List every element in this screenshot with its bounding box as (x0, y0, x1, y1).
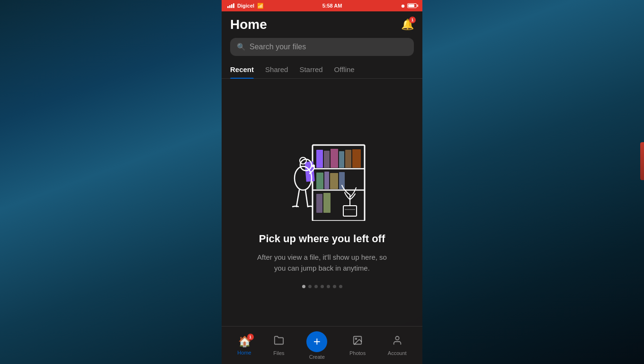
create-label: Create (309, 354, 325, 360)
dot-5 (327, 285, 330, 288)
wifi-icon: 📶 (257, 3, 264, 9)
status-bar: Digicel 📶 5:58 AM ⏺ (222, 0, 422, 11)
svg-rect-3 (316, 150, 323, 168)
phone-frame: Digicel 📶 5:58 AM ⏺ Home 🔔 1 🔍 Search yo… (222, 0, 422, 364)
svg-rect-10 (324, 172, 329, 189)
create-icon: + (306, 331, 327, 352)
svg-point-27 (395, 336, 399, 339)
tab-recent[interactable]: Recent (230, 62, 254, 78)
empty-state-description: After you view a file, it'll show up her… (251, 252, 393, 273)
nav-photos[interactable]: Photos (342, 332, 373, 359)
signal-bar-4 (233, 3, 234, 8)
svg-rect-11 (330, 173, 338, 189)
nav-account[interactable]: Account (380, 332, 414, 359)
signal-bar-1 (227, 6, 229, 8)
photos-label: Photos (349, 350, 366, 356)
notifications-button[interactable]: 🔔 1 (401, 18, 414, 31)
svg-rect-12 (339, 172, 345, 189)
tab-offline[interactable]: Offline (334, 62, 355, 78)
files-icon (274, 335, 284, 348)
signal-bar-3 (231, 4, 233, 8)
svg-point-19 (312, 164, 315, 167)
nav-create[interactable]: + Create (299, 328, 335, 363)
svg-rect-7 (345, 150, 351, 168)
home-badge: 1 (247, 334, 254, 340)
tab-shared[interactable]: Shared (265, 62, 288, 78)
dot-6 (333, 285, 336, 288)
dot-3 (314, 285, 318, 288)
dot-7 (339, 285, 342, 288)
status-right: ⏺ (401, 3, 417, 9)
header: Home 🔔 1 (222, 11, 422, 36)
tab-starred[interactable]: Starred (299, 62, 322, 78)
signal-bars (227, 3, 234, 8)
dot-1 (302, 285, 305, 288)
home-label: Home (237, 350, 251, 355)
search-icon: 🔍 (237, 43, 246, 51)
status-left: Digicel 📶 (227, 3, 264, 9)
account-label: Account (388, 350, 407, 356)
empty-state-illustration (275, 117, 369, 221)
dot-2 (308, 285, 312, 288)
svg-rect-8 (352, 149, 361, 168)
side-accent (640, 142, 644, 180)
nav-home[interactable]: 🏠 1 Home (230, 333, 259, 358)
notification-badge: 1 (409, 17, 416, 23)
svg-line-20 (296, 190, 299, 207)
files-label: Files (273, 350, 284, 356)
bottom-nav: 🏠 1 Home Files + Create (222, 326, 422, 364)
svg-rect-13 (316, 194, 322, 213)
svg-rect-9 (316, 173, 323, 189)
svg-rect-4 (324, 151, 330, 168)
search-bar[interactable]: 🔍 Search your files (230, 38, 414, 56)
carrier-name: Digicel (237, 3, 254, 9)
pagination-dots (302, 285, 342, 288)
svg-point-26 (355, 338, 357, 339)
record-icon: ⏺ (401, 3, 405, 9)
account-icon (392, 335, 402, 348)
page-title: Home (230, 17, 267, 32)
signal-bar-2 (229, 5, 231, 8)
search-placeholder: Search your files (250, 43, 306, 51)
svg-line-21 (305, 190, 308, 207)
empty-state-title: Pick up where you left off (259, 232, 385, 246)
home-icon: 🏠 1 (238, 336, 251, 348)
svg-rect-6 (339, 151, 344, 168)
tab-bar: Recent Shared Starred Offline (222, 62, 422, 79)
svg-rect-5 (331, 149, 338, 168)
photos-icon (352, 335, 363, 348)
nav-files[interactable]: Files (266, 332, 292, 359)
main-content: Pick up where you left off After you vie… (222, 79, 422, 326)
battery-icon (407, 3, 417, 8)
app-content: Home 🔔 1 🔍 Search your files Recent Shar… (222, 11, 422, 364)
svg-rect-22 (343, 206, 357, 216)
svg-rect-14 (323, 193, 331, 213)
status-time: 5:58 AM (322, 3, 342, 9)
battery-fill (408, 4, 414, 7)
dot-4 (321, 285, 324, 288)
